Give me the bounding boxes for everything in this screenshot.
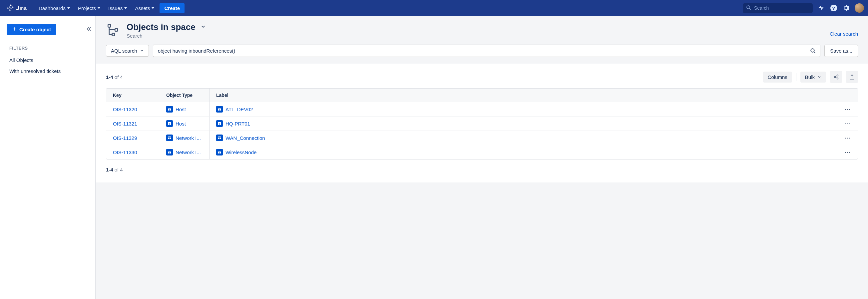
svg-rect-16 — [168, 108, 171, 108]
object-type-link[interactable]: Host — [176, 106, 186, 112]
row-actions-icon[interactable]: ··· — [845, 150, 851, 155]
page-title: Objects in space — [127, 22, 195, 32]
table-row: OIS-11329 Network I... WAN_Connection ··… — [106, 131, 858, 145]
chevron-down-icon — [124, 7, 127, 9]
topnav-right: ? — [743, 3, 864, 13]
global-search-input[interactable] — [754, 5, 809, 11]
filter-item[interactable]: All Objects — [7, 55, 91, 66]
nav-item-label: Projects — [78, 5, 96, 11]
object-type-link[interactable]: Network I... — [176, 150, 201, 155]
settings-icon[interactable] — [842, 4, 851, 12]
clear-search-link[interactable]: Clear search — [830, 24, 858, 37]
sidebar-collapse-icon[interactable] — [86, 26, 92, 34]
svg-point-9 — [811, 48, 814, 52]
export-icon[interactable] — [846, 71, 858, 83]
svg-rect-32 — [218, 137, 219, 139]
object-type-icon — [166, 120, 173, 127]
column-header-label[interactable]: Label — [210, 89, 838, 102]
svg-rect-34 — [168, 151, 171, 152]
object-label-link[interactable]: WirelessNode — [225, 150, 256, 155]
nav-items: DashboardsProjectsIssuesAssets — [35, 3, 158, 13]
notifications-icon[interactable] — [817, 4, 825, 12]
object-key-link[interactable]: OIS-11330 — [113, 150, 137, 155]
object-schema-icon — [106, 23, 121, 38]
title-dropdown-icon[interactable] — [200, 24, 206, 31]
svg-rect-24 — [170, 123, 171, 125]
nav-item-label: Issues — [108, 5, 123, 11]
object-type-link[interactable]: Host — [176, 121, 186, 127]
page-subtitle: Search — [127, 33, 824, 39]
user-avatar[interactable] — [855, 3, 864, 13]
nav-item-label: Dashboards — [39, 5, 66, 11]
top-navigation: Jira DashboardsProjectsIssuesAssets Crea… — [0, 0, 868, 16]
svg-line-10 — [814, 52, 815, 53]
svg-line-15 — [835, 77, 837, 78]
svg-line-1 — [749, 8, 751, 10]
global-search[interactable] — [743, 3, 813, 13]
result-count-top: 1-4 of 4 — [106, 74, 123, 80]
column-header-key[interactable]: Key — [106, 89, 159, 102]
nav-item-projects[interactable]: Projects — [74, 3, 103, 13]
svg-rect-33 — [220, 137, 221, 139]
table-row: OIS-11320 Host ATL_DEV02 ··· — [106, 102, 858, 117]
create-object-label: Create object — [19, 27, 51, 32]
nav-item-label: Assets — [135, 5, 150, 11]
object-type-icon — [166, 135, 173, 141]
object-type-link[interactable]: Network I... — [176, 135, 201, 141]
columns-button[interactable]: Columns — [763, 72, 792, 82]
create-object-button[interactable]: Create object — [7, 24, 56, 35]
svg-rect-28 — [168, 136, 171, 137]
svg-rect-39 — [220, 152, 221, 154]
object-label-link[interactable]: HQ-PRT01 — [225, 121, 250, 127]
object-key-link[interactable]: OIS-11329 — [113, 135, 137, 141]
object-type-icon — [166, 149, 173, 156]
svg-rect-38 — [218, 152, 219, 154]
svg-rect-36 — [170, 152, 171, 154]
svg-rect-29 — [168, 137, 169, 139]
filter-item[interactable]: With unresolved tickets — [7, 66, 91, 76]
object-label-link[interactable]: ATL_DEV02 — [225, 106, 253, 112]
svg-rect-17 — [168, 109, 169, 110]
search-mode-dropdown[interactable]: AQL search — [106, 45, 149, 57]
row-actions-icon[interactable]: ··· — [845, 106, 851, 112]
svg-rect-19 — [218, 108, 221, 108]
svg-rect-20 — [218, 109, 219, 110]
search-icon — [746, 5, 751, 11]
column-header-type[interactable]: Object Type — [159, 89, 210, 102]
svg-rect-37 — [218, 151, 221, 152]
aql-query-input[interactable] — [153, 45, 806, 57]
svg-rect-26 — [218, 123, 219, 125]
svg-point-0 — [747, 6, 750, 9]
svg-rect-31 — [218, 136, 221, 137]
row-actions-icon[interactable]: ··· — [845, 135, 851, 141]
result-count-bottom: 1-4 of 4 — [106, 167, 858, 172]
sidebar: Create object FILTERS All ObjectsWith un… — [0, 16, 96, 299]
run-search-button[interactable] — [806, 45, 820, 57]
save-as-button[interactable]: Save as... — [825, 45, 858, 57]
nav-item-issues[interactable]: Issues — [105, 3, 130, 13]
chevron-down-icon — [152, 7, 154, 9]
chevron-down-icon — [817, 74, 822, 80]
share-icon[interactable] — [830, 71, 842, 83]
help-icon[interactable]: ? — [829, 4, 838, 12]
object-label-link[interactable]: WAN_Connection — [225, 135, 265, 141]
bulk-button[interactable]: Bulk — [800, 72, 826, 82]
jira-logo[interactable]: Jira — [4, 4, 29, 13]
svg-rect-22 — [168, 122, 171, 123]
objects-table: Key Object Type Label OIS-11320 Host ATL… — [106, 88, 858, 160]
nav-item-assets[interactable]: Assets — [131, 3, 158, 13]
svg-rect-23 — [168, 123, 169, 125]
jira-logo-text: Jira — [16, 5, 27, 12]
nav-item-dashboards[interactable]: Dashboards — [35, 3, 73, 13]
table-row: OIS-11321 Host HQ-PRT01 ··· — [106, 117, 858, 131]
object-label-icon — [216, 149, 223, 156]
chevron-down-icon — [67, 7, 70, 9]
object-key-link[interactable]: OIS-11321 — [113, 121, 137, 127]
svg-rect-25 — [218, 122, 221, 123]
object-key-link[interactable]: OIS-11320 — [113, 106, 137, 112]
table-row: OIS-11330 Network I... WirelessNode ··· — [106, 145, 858, 159]
row-actions-icon[interactable]: ··· — [845, 121, 851, 127]
create-button[interactable]: Create — [159, 3, 185, 13]
svg-rect-21 — [220, 109, 221, 110]
chevron-down-icon — [140, 48, 144, 54]
